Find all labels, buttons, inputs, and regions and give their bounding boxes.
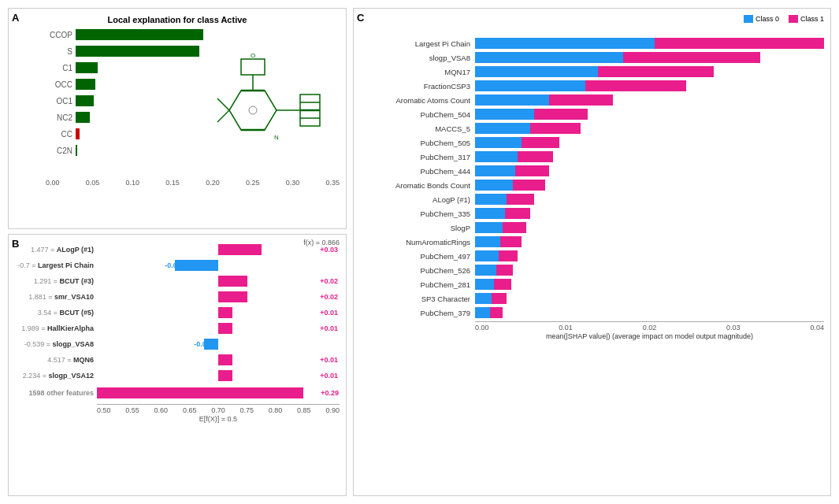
axis-b: 0.50 0.55 0.60 0.65 0.70 0.75 0.80 0.85 …: [97, 404, 340, 414]
bar-label-bcut5: 3.54 = BCUT (#5): [15, 309, 94, 317]
bar-row-c1: C1: [45, 61, 207, 75]
axis-b-5: 0.75: [239, 406, 254, 414]
bar-track-c-19: [475, 307, 824, 318]
bar-track-c-11: [475, 194, 824, 205]
bar-fill-mqn6: [218, 354, 232, 365]
bar-row-c-17: PubChem_281: [360, 278, 824, 291]
axis-c-0: 0.00: [475, 324, 489, 332]
legend-box-blue: [744, 15, 753, 23]
axis-c-1: 0.01: [559, 324, 573, 332]
legend-class0: Class 0: [744, 15, 779, 23]
axis-b-0: 0.50: [97, 406, 111, 414]
axis-a-3: 0.15: [165, 179, 180, 187]
bar-red-4: [549, 94, 613, 106]
bar-label-c-19: PubChem_379: [360, 309, 470, 317]
bar-red-16: [496, 265, 513, 276]
axis-b-2: 0.60: [154, 406, 169, 414]
left-panel: A Local explanation for class Active: [8, 8, 347, 496]
bar-row-ccop: CCOP: [45, 28, 207, 42]
bar-row-c-1: slogp_VSA8: [360, 51, 824, 64]
bar-row-c-0: Largest Pi Chain: [360, 37, 824, 50]
bar-label-other: 1598 other features: [15, 389, 94, 397]
right-panel: C Class 0 Class 1 Largest Pi Chainslogp_…: [353, 8, 831, 496]
bar-track-c-10: [475, 180, 824, 191]
bar-track-c-17: [475, 279, 824, 290]
bar-row-c-16: PubChem_526: [360, 264, 824, 276]
bar-label-oc1: OC1: [45, 97, 72, 106]
bar-row-c-19: PubChem_379: [360, 306, 824, 319]
bar-label-lpc: -0.7 = Largest Pi Chain: [15, 261, 94, 269]
bar-red-0: [655, 38, 824, 49]
axis-a-4: 0.20: [206, 179, 220, 187]
bar-row-slogpvsa8: -0.539 = slogp_VSA8 -0.01: [15, 337, 340, 351]
panel-c-label: C: [357, 12, 364, 24]
bar-container-cc: [76, 128, 207, 139]
bar-blue-6: [475, 123, 530, 134]
bar-label-c1: C1: [45, 64, 72, 72]
bar-label-cc: CC: [45, 130, 72, 139]
bar-label-slogpvsa8: -0.539 = slogp_VSA8: [15, 340, 94, 348]
bar-label-ccop: CCOP: [45, 31, 72, 39]
bar-red-7: [522, 137, 559, 148]
svg-line-12: [217, 110, 229, 122]
bar-row-hka: 1.989 = HallKierAlpha +0.01: [15, 321, 340, 335]
legend-c: Class 0 Class 1: [360, 15, 824, 23]
bar-value-hka: +0.01: [320, 324, 338, 332]
bar-label-c-10: Aromatic Bonds Count: [360, 181, 470, 190]
bar-label-c-8: PubChem_317: [360, 153, 470, 161]
bar-area-mqn6: +0.01: [97, 354, 340, 366]
bar-row-bcut3: 1.291 = BCUT (#3) +0.02: [15, 274, 340, 288]
bar-label-c-14: NumAromaticRings: [360, 238, 470, 246]
bar-label-c-12: PubChem_335: [360, 209, 470, 218]
bar-blue-15: [475, 250, 499, 261]
bar-value-lpc: -0.03: [165, 261, 338, 269]
bar-blue-0: [475, 38, 655, 49]
bar-track-c-2: [475, 66, 824, 77]
svg-text:O: O: [251, 52, 255, 59]
bar-track-c-4: [475, 94, 824, 106]
axis-a-1: 0.05: [86, 179, 100, 187]
chart-b: 1.477 = ALogP (#1) +0.03 -0.7 = Largest …: [15, 243, 340, 402]
bar-label-c-7: PubChem_505: [360, 139, 470, 147]
bar-label-c-15: PubChem_497: [360, 252, 470, 261]
bar-container-c1: [76, 62, 207, 73]
efx-label: E[f(X)] = 0.5: [97, 415, 340, 423]
bar-fill-c2n: [76, 145, 77, 156]
bar-track-c-12: [475, 208, 824, 219]
axis-a-7: 0.35: [325, 179, 340, 187]
bar-red-13: [503, 222, 526, 233]
axis-a-6: 0.30: [286, 179, 300, 187]
bar-row-c-4: Aromatic Atoms Count: [360, 94, 824, 106]
bar-row-c-3: FractionCSP3: [360, 80, 824, 92]
bar-label-c-1: slogp_VSA8: [360, 54, 470, 62]
bar-fill-cc: [76, 128, 80, 139]
bar-label-alogp: 1.477 = ALogP (#1): [15, 246, 94, 254]
chart-c: Largest Pi Chainslogp_VSA8MQN17FractionC…: [360, 37, 824, 319]
bar-row-c-2: MQN17: [360, 65, 824, 78]
bar-track-c-6: [475, 123, 824, 134]
legend-label-class0: Class 0: [755, 15, 779, 23]
bar-blue-11: [475, 194, 507, 205]
bar-fill-bcut3: [218, 276, 247, 287]
bar-label-hka: 1.989 = HallKierAlpha: [15, 324, 94, 332]
bar-label-c-0: Largest Pi Chain: [360, 39, 470, 48]
bar-value-alogp: +0.03: [320, 246, 338, 254]
bar-label-c-9: PubChem_444: [360, 167, 470, 176]
bar-container-c2n: [76, 145, 207, 156]
bar-area-other: +0.29: [97, 387, 340, 399]
bar-area-hka: +0.01: [97, 322, 340, 335]
svg-point-5: [249, 106, 257, 114]
bar-blue-5: [475, 109, 534, 120]
legend-class1: Class 1: [789, 15, 824, 23]
bar-label-c-5: PubChem_504: [360, 110, 470, 119]
bar-value-smrvsa10: +0.02: [320, 293, 338, 301]
bar-row-c-5: PubChem_504: [360, 108, 824, 120]
panel-a-title: Local explanation for class Active: [15, 15, 340, 24]
bar-track-c-7: [475, 137, 824, 148]
bar-label-c-18: SP3 Character: [360, 295, 470, 303]
bar-row-c-6: MACCS_5: [360, 122, 824, 135]
bar-container-s: [76, 46, 207, 57]
bar-red-17: [494, 279, 510, 290]
bar-area-smrvsa10: +0.02: [97, 291, 340, 303]
bar-blue-19: [475, 307, 490, 318]
